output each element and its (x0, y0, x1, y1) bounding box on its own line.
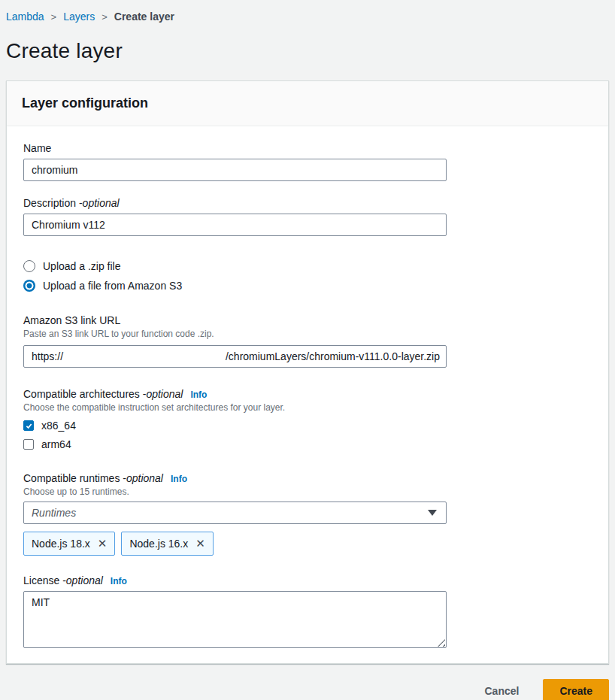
radio-checked-icon[interactable] (23, 280, 35, 292)
checkbox-x86-64[interactable]: x86_64 (23, 418, 447, 433)
description-label-text: Description - (23, 197, 83, 209)
architectures-optional-text: optional (146, 388, 183, 400)
check-icon (25, 422, 33, 430)
token-nodejs-18: Node.js 18.x ✕ (23, 532, 115, 556)
layer-configuration-panel: Layer configuration Name Description - o… (6, 80, 609, 664)
architectures-hint: Choose the compatible instruction set ar… (23, 402, 447, 413)
license-info-link[interactable]: Info (111, 576, 127, 586)
checkbox-unchecked-icon[interactable] (23, 439, 34, 450)
token-label: Node.js 16.x (129, 538, 188, 550)
radio-label: Upload a file from Amazon S3 (43, 280, 182, 292)
description-optional-text: optional (83, 197, 120, 209)
breadcrumb-link-layers[interactable]: Layers (63, 11, 95, 23)
breadcrumb-current: Create layer (114, 11, 174, 23)
license-label: License - optional Info (23, 574, 447, 586)
create-button[interactable]: Create (543, 679, 609, 700)
breadcrumb-separator-icon: > (51, 11, 57, 23)
runtimes-field-group: Compatible runtimes - optional Info Choo… (23, 472, 447, 556)
runtimes-label-text: Compatible runtimes - (23, 472, 126, 484)
runtimes-token-row: Node.js 18.x ✕ Node.js 16.x ✕ (23, 532, 447, 556)
radio-unchecked-icon[interactable] (23, 260, 35, 272)
footer-actions: Cancel Create (6, 679, 609, 700)
panel-body: Name Description - optional Upload a .zi… (7, 126, 608, 663)
checkbox-arm64[interactable]: arm64 (23, 437, 447, 452)
architectures-field-group: Compatible architectures - optional Info… (23, 388, 447, 452)
runtimes-optional-text: optional (126, 472, 163, 484)
checkbox-checked-icon[interactable] (23, 420, 34, 431)
s3-url-hint: Paste an S3 link URL to your function co… (23, 329, 447, 339)
architectures-info-link[interactable]: Info (190, 389, 207, 400)
description-label: Description - optional (23, 197, 447, 209)
panel-header: Layer configuration (7, 81, 608, 126)
radio-upload-zip[interactable]: Upload a .zip file (23, 258, 593, 274)
runtimes-info-link[interactable]: Info (171, 474, 187, 484)
page-title: Create layer (6, 39, 609, 63)
license-textarea[interactable]: MIT (23, 591, 447, 648)
token-nodejs-16: Node.js 16.x ✕ (121, 532, 213, 556)
runtimes-hint: Choose up to 15 runtimes. (23, 486, 447, 497)
license-label-text: License - (23, 574, 66, 586)
token-label: Node.js 18.x (32, 538, 90, 550)
upload-option-group: Upload a .zip file Upload a file from Am… (23, 258, 593, 294)
checkbox-label: arm64 (41, 438, 71, 450)
s3-url-field-group: Amazon S3 link URL Paste an S3 link URL … (23, 314, 447, 368)
description-input[interactable] (23, 214, 447, 236)
name-input[interactable] (23, 159, 447, 181)
description-field-group: Description - optional (23, 197, 447, 236)
name-label: Name (23, 142, 447, 154)
radio-label: Upload a .zip file (43, 260, 121, 272)
runtimes-select-placeholder: Runtimes (32, 507, 76, 519)
architectures-label: Compatible architectures - optional Info (23, 388, 447, 400)
chevron-down-icon (428, 510, 437, 516)
s3-url-suffix: /chromiumLayers/chromium-v111.0.0-layer.… (226, 350, 440, 362)
s3-url-prefix: https:// (32, 350, 63, 362)
license-field-group: License - optional Info MIT (23, 574, 447, 648)
token-dismiss-icon[interactable]: ✕ (98, 538, 108, 550)
cancel-button[interactable]: Cancel (469, 680, 534, 700)
token-dismiss-icon[interactable]: ✕ (195, 538, 205, 550)
panel-title: Layer configuration (22, 95, 593, 111)
license-textarea-wrap: MIT (23, 591, 447, 648)
name-field-group: Name (23, 142, 447, 181)
checkbox-label: x86_64 (41, 420, 76, 432)
s3-url-input[interactable]: https:// /chromiumLayers/chromium-v111.0… (23, 345, 447, 368)
runtimes-label: Compatible runtimes - optional Info (23, 472, 447, 484)
s3-url-label: Amazon S3 link URL (23, 314, 447, 326)
breadcrumb: Lambda > Layers > Create layer (6, 11, 609, 23)
breadcrumb-separator-icon: > (101, 11, 108, 23)
license-optional-text: optional (66, 574, 103, 586)
architectures-label-text: Compatible architectures - (23, 388, 146, 400)
create-layer-page: Lambda > Layers > Create layer Create la… (0, 0, 615, 700)
runtimes-select[interactable]: Runtimes (23, 502, 447, 524)
radio-upload-s3[interactable]: Upload a file from Amazon S3 (23, 277, 593, 294)
breadcrumb-link-lambda[interactable]: Lambda (6, 11, 44, 23)
